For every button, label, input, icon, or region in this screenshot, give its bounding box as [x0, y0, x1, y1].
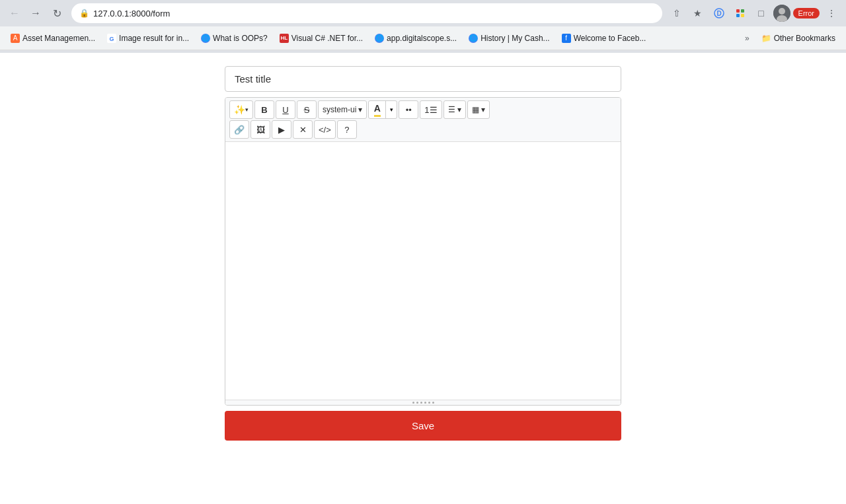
other-bookmarks-label: Other Bookmarks: [774, 34, 835, 43]
bookmark-asset-management[interactable]: A Asset Managemen...: [5, 31, 100, 46]
font-family-dropdown[interactable]: system-ui ▾: [318, 100, 367, 119]
font-family-arrow-icon: ▾: [358, 105, 362, 114]
share-button[interactable]: ⇧: [668, 4, 686, 22]
color-a-label: A: [374, 103, 381, 114]
format-magic-button[interactable]: ✨ ▾: [229, 100, 253, 119]
back-button[interactable]: ←: [5, 4, 24, 22]
extensions-button[interactable]: [731, 4, 750, 22]
bookmark-oops[interactable]: 🌐 What is OOPs?: [196, 31, 273, 46]
svg-text:D: D: [716, 10, 721, 17]
menu-button[interactable]: ⋮: [822, 4, 841, 22]
other-bookmarks-button[interactable]: 📁 Other Bookmarks: [756, 31, 841, 46]
color-btn-main: A: [369, 100, 386, 119]
bookmark-digitalscope[interactable]: 🌐 app.digitalscope.s...: [369, 31, 462, 46]
toolbar-row-1: ✨ ▾ B U S: [229, 100, 617, 119]
resize-dot-6: [432, 402, 434, 404]
bookmark-label-4: app.digitalscope.s...: [387, 34, 457, 43]
bookmark-label-5: History | My Cash...: [481, 34, 549, 43]
reload-button[interactable]: ↻: [48, 4, 66, 22]
editor-content[interactable]: [225, 142, 621, 400]
table-dropdown[interactable]: ▦ ▾: [467, 100, 490, 119]
underline-button[interactable]: U: [276, 100, 295, 119]
numbered-list-button[interactable]: 1☰: [420, 100, 442, 119]
color-underline: [374, 115, 381, 117]
nav-buttons: ← → ↻: [5, 4, 66, 22]
bookmark-image-result[interactable]: G Image result for in...: [102, 31, 194, 46]
svg-rect-5: [741, 14, 744, 17]
bullet-list-icon: ••: [406, 105, 412, 115]
bookmark-label-1: Image result for in...: [119, 34, 189, 43]
svg-rect-3: [741, 9, 744, 13]
split-view-button[interactable]: □: [752, 4, 771, 22]
bookmark-label-3: Visual C# .NET for...: [291, 34, 363, 43]
bold-label: B: [261, 105, 267, 115]
strikethrough-button[interactable]: S: [297, 100, 317, 119]
font-family-label: system-ui: [323, 105, 356, 114]
toolbar: ✨ ▾ B U S: [225, 98, 621, 142]
color-button[interactable]: A ▾: [368, 100, 397, 119]
bookmark-favicon-2: 🌐: [201, 34, 210, 43]
extension-button[interactable]: D: [710, 4, 728, 22]
error-badge: Error: [793, 8, 820, 18]
image-button[interactable]: 🖼: [250, 120, 270, 139]
lock-icon: 🔒: [79, 9, 89, 18]
svg-rect-4: [736, 14, 740, 17]
save-label: Save: [412, 420, 434, 431]
align-dropdown[interactable]: ☰ ▾: [443, 100, 466, 119]
bookmark-favicon-0: A: [11, 34, 20, 43]
profile-icon[interactable]: [773, 5, 790, 22]
title-input[interactable]: [225, 66, 621, 92]
svg-rect-2: [736, 9, 740, 13]
bookmark-favicon-3: HL: [280, 34, 289, 43]
magic-icon: ✨: [234, 104, 245, 115]
help-button[interactable]: ?: [337, 120, 357, 139]
bookmark-favicon-4: 🌐: [375, 34, 384, 43]
bold-button[interactable]: B: [254, 100, 274, 119]
bookmark-favicon-6: f: [562, 34, 571, 43]
resize-dots: [412, 402, 434, 404]
numbered-list-icon: 1☰: [424, 105, 437, 115]
address-text: 127.0.0.1:8000/form: [93, 9, 654, 18]
table-icon: ▦: [472, 105, 479, 114]
bookmark-favicon-5: 🌐: [469, 34, 478, 43]
resize-dot-4: [424, 402, 426, 404]
bullet-list-button[interactable]: ••: [399, 100, 418, 119]
fullscreen-icon: ✕: [299, 125, 307, 135]
toolbar-row-2: 🔗 🖼 ▶ ✕ </>: [229, 120, 617, 139]
bookmark-label-0: Asset Managemen...: [22, 34, 95, 43]
link-button[interactable]: 🔗: [229, 120, 249, 139]
bookmark-history[interactable]: 🌐 History | My Cash...: [463, 31, 555, 46]
align-icon: ☰: [448, 105, 455, 114]
bookmarks-bar: A Asset Managemen... G Image result for …: [0, 26, 846, 50]
bookmark-facebook[interactable]: f Welcome to Faceb...: [557, 31, 652, 46]
strikethrough-label: S: [304, 105, 310, 115]
editor-resize-handle[interactable]: [225, 400, 621, 405]
resize-dot-2: [416, 402, 418, 404]
browser-top-bar: ← → ↻ 🔒 127.0.0.1:8000/form ⇧ ★ D: [0, 0, 846, 26]
video-button[interactable]: ▶: [272, 120, 291, 139]
bookmark-visual-csharp[interactable]: HL Visual C# .NET for...: [274, 31, 368, 46]
svg-point-7: [779, 8, 785, 15]
underline-label: U: [282, 105, 288, 115]
code-button[interactable]: </>: [314, 120, 336, 139]
link-icon: 🔗: [234, 125, 245, 135]
bookmark-label-2: What is OOPs?: [213, 34, 268, 43]
image-icon: 🖼: [256, 125, 265, 135]
resize-dot-3: [420, 402, 422, 404]
save-button[interactable]: Save: [225, 411, 621, 441]
resize-dot-1: [412, 402, 414, 404]
bookmarks-more-button[interactable]: »: [740, 31, 755, 46]
bookmark-button[interactable]: ★: [689, 4, 707, 22]
code-icon: </>: [319, 125, 331, 135]
browser-chrome: ← → ↻ 🔒 127.0.0.1:8000/form ⇧ ★ D: [0, 0, 846, 53]
bookmark-favicon-1: G: [107, 34, 116, 43]
bookmark-label-6: Welcome to Faceb...: [574, 34, 646, 43]
svg-text:G: G: [110, 36, 114, 42]
color-arrow-icon: ▾: [386, 100, 397, 119]
page-content: ✨ ▾ B U S: [0, 53, 846, 504]
fullscreen-button[interactable]: ✕: [293, 120, 313, 139]
magic-arrow-icon: ▾: [245, 106, 249, 113]
forward-button[interactable]: →: [26, 4, 45, 22]
address-bar[interactable]: 🔒 127.0.0.1:8000/form: [71, 3, 662, 23]
video-icon: ▶: [278, 125, 285, 135]
